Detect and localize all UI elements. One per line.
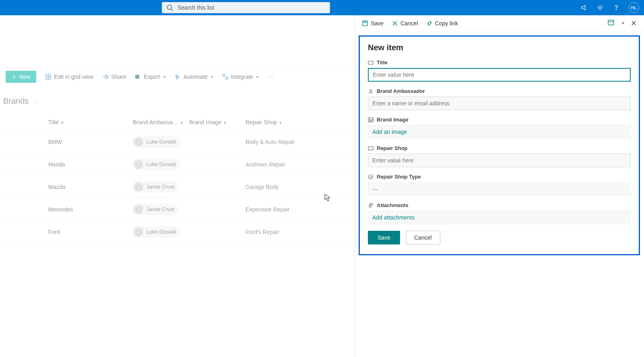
repairtype-label: Repair Shop Type	[377, 174, 421, 180]
row-person: ◯ Luke Donald	[133, 136, 189, 148]
table-row[interactable]: BMW ◯ Luke Donald Body & Auto Repair	[0, 131, 354, 153]
image-label: Brand Image	[377, 117, 409, 123]
list-pane: ＋ New Edit in grid view Share Export ▾ A…	[0, 15, 354, 357]
row-title: Ford	[24, 229, 133, 235]
panel-save-button[interactable]: Save	[362, 20, 384, 27]
text-field-icon	[368, 146, 374, 151]
chevron-down-icon: ▾	[279, 120, 282, 125]
field-brand-image: Brand Image Add an image	[368, 117, 631, 139]
avatar[interactable]: HL	[629, 2, 639, 13]
person-icon	[368, 88, 374, 94]
row-repair: Expensive Repair	[246, 206, 326, 213]
search-icon	[166, 4, 173, 11]
image-icon	[368, 117, 374, 123]
share-button[interactable]: Share	[102, 74, 126, 80]
row-repair: Ford's Repair	[246, 229, 326, 235]
text-field-icon	[368, 60, 374, 66]
row-person: ◯ Jamie Crust	[133, 204, 189, 215]
integrate-icon	[222, 74, 229, 80]
svg-rect-14	[608, 20, 614, 25]
ambassador-input[interactable]	[368, 96, 631, 110]
person-chip[interactable]: ◯ Luke Donald	[133, 226, 180, 238]
favorite-star-icon[interactable]: ☆	[33, 97, 38, 105]
panel-cancel-button[interactable]: Cancel	[392, 20, 418, 27]
panel-copylink-label: Copy link	[435, 20, 458, 27]
panel-save-label: Save	[371, 20, 384, 27]
megaphone-icon[interactable]	[580, 4, 588, 11]
suite-bar: Search this list HL	[0, 0, 644, 15]
list-header-space	[0, 15, 354, 68]
row-title: Honda	[24, 161, 133, 168]
cancel-button[interactable]: Cancel	[406, 231, 440, 244]
chevron-down-icon: ▾	[256, 74, 259, 80]
plus-icon: ＋	[11, 73, 17, 80]
table-row[interactable]: Mazda ◯ Jamie Crust Garage Body	[0, 176, 354, 198]
row-title: BMW	[24, 139, 133, 145]
svg-point-19	[369, 119, 370, 120]
add-attachments-action[interactable]: Add attachments	[368, 211, 631, 224]
list-grid: Title ▾ Brand Ambassa… ▾ Brand Image ▾ R…	[0, 114, 354, 243]
side-panel: Save Cancel Copy link ▾ ✕ New item Title	[354, 15, 644, 357]
edit-in-grid-view-button[interactable]: Edit in grid view	[45, 74, 93, 80]
grid-icon	[45, 74, 52, 80]
save-button[interactable]: Save	[368, 231, 400, 244]
person-chip[interactable]: ◯ Jamie Crust	[133, 204, 178, 215]
table-row[interactable]: Ford ◯ Luke Donald Ford's Repair	[0, 221, 354, 243]
svg-rect-7	[135, 75, 139, 79]
panel-command-bar: Save Cancel Copy link ▾ ✕	[355, 15, 644, 31]
new-button[interactable]: ＋ New	[6, 71, 36, 83]
col-brand-image[interactable]: Brand Image ▾	[189, 119, 246, 125]
flow-icon	[175, 74, 181, 80]
repairtype-select[interactable]: —	[368, 182, 631, 196]
row-repair: Body & Auto Repair	[246, 139, 326, 145]
chevron-down-icon[interactable]: ▾	[622, 21, 624, 26]
svg-line-1	[171, 9, 173, 11]
svg-rect-8	[223, 74, 225, 76]
panel-button-row: Save Cancel	[368, 231, 631, 244]
add-image-action[interactable]: Add an image	[368, 125, 631, 139]
row-title: Mazda	[24, 184, 133, 190]
gear-icon[interactable]	[597, 4, 604, 11]
field-title: Title	[368, 60, 631, 82]
help-icon[interactable]	[613, 4, 620, 11]
field-repair-shop-type: Repair Shop Type —	[368, 174, 631, 196]
svg-rect-9	[226, 77, 228, 79]
export-label: Export	[144, 74, 160, 80]
col-repair-shop[interactable]: Repair Shop ▾	[246, 119, 326, 125]
title-input[interactable]	[368, 68, 631, 82]
row-repair: Garage Body	[246, 184, 326, 190]
table-row[interactable]: Mercedes ◯ Jamie Crust Expensive Repair	[0, 198, 354, 221]
list-title: Brands	[3, 96, 29, 106]
person-chip[interactable]: ◯ Jamie Crust	[133, 181, 178, 193]
col-title[interactable]: Title ▾	[24, 119, 133, 125]
field-attachments: Attachments Add attachments	[368, 202, 631, 224]
svg-rect-11	[364, 21, 366, 23]
svg-rect-20	[368, 147, 373, 150]
attachments-label: Attachments	[377, 202, 409, 208]
row-person: ◯ Jamie Crust	[133, 181, 189, 193]
person-chip[interactable]: ◯ Luke Donald	[133, 159, 180, 170]
person-chip[interactable]: ◯ Luke Donald	[133, 136, 180, 148]
close-panel-icon[interactable]: ✕	[631, 19, 637, 28]
link-icon	[426, 20, 433, 27]
share-icon	[102, 74, 109, 80]
overflow-button[interactable]: ⋯	[268, 74, 273, 80]
export-button[interactable]: Export ▾	[135, 74, 165, 80]
avatar-icon: ◯	[134, 205, 143, 214]
col-brand-ambassador[interactable]: Brand Ambassa… ▾	[133, 119, 189, 125]
panel-body: New item Title Brand Ambassador Brand Im…	[359, 35, 640, 255]
form-mode-icon[interactable]	[607, 19, 615, 27]
field-brand-ambassador: Brand Ambassador	[368, 88, 631, 110]
repair-input[interactable]	[368, 154, 631, 167]
panel-heading: New item	[368, 43, 631, 52]
panel-copylink-button[interactable]: Copy link	[426, 20, 458, 27]
avatar-icon: ◯	[134, 182, 143, 192]
svg-point-17	[370, 89, 372, 91]
svg-point-2	[599, 6, 601, 8]
panel-right-controls: ▾ ✕	[607, 19, 637, 28]
chevron-down-icon: ▾	[181, 120, 183, 125]
integrate-button[interactable]: Integrate ▾	[222, 74, 259, 80]
automate-button[interactable]: Automate ▾	[175, 74, 213, 80]
search-input-wrapper[interactable]: Search this list	[162, 2, 330, 13]
table-row[interactable]: Honda ◯ Luke Donald Andrews Repair	[0, 153, 354, 176]
